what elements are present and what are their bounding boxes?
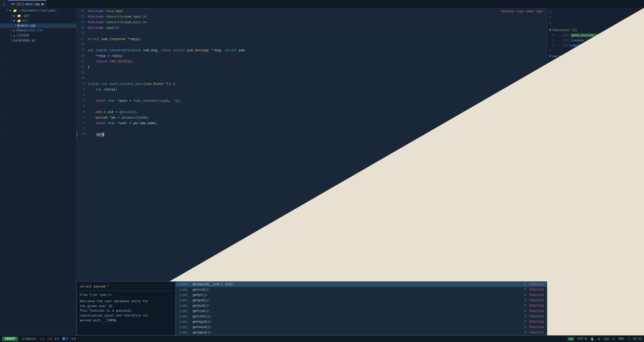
sidebar-num: 2 [8, 34, 12, 37]
info-count: ℹ 0 [55, 337, 59, 341]
encoding: UTF-8 [578, 337, 587, 341]
completion-kind: Function [529, 304, 544, 308]
sidebar-item-readme[interactable]: 3 Mⅾ README.md [0, 38, 76, 43]
code-line-5: 5 [76, 103, 547, 109]
code-line-12: 12 } [76, 64, 547, 70]
outline-fn-simple-conversation[interactable]: 1 ···-[8] simple_conversation(int num [547, 43, 644, 48]
git-branch: ⎇ master [21, 337, 37, 341]
completion-item-getpwuid[interactable]: [LSP] getpwuid(__uid_t uid)~ ƒ Function [176, 282, 547, 287]
outline-fn-auth-current-user[interactable]: 4 ···-[14] auth_current_user(lua_State [547, 33, 644, 38]
error-num: 1 [43, 337, 44, 341]
folder-icon: ▼ 📁 [13, 19, 21, 23]
completion-kind: Function [529, 325, 544, 329]
outline-range: ···-[8] [555, 44, 568, 47]
code-line-22: 22 #include <lua.hpp> [76, 8, 547, 14]
completion-tag: [LSP] [179, 283, 191, 286]
completion-name: getpwuid(__uid_t uid)~ [193, 283, 522, 286]
outline-fn-luaopen[interactable]: 1 ···-[54] luaopen_liblua_pam(lua_Stat [547, 38, 644, 43]
hover-doc-description: Retrieve the user database entry for the… [80, 299, 172, 323]
completion-item-getchar[interactable]: [LSP] getchar()~ ƒ Function [176, 314, 547, 319]
completion-kind: Function [529, 315, 544, 318]
extras-count: ● 0 [71, 337, 76, 341]
outline-linenum: 5 [552, 60, 554, 63]
hover-doc-the: the [80, 305, 86, 308]
outline-variables-header: ▼ variables (2) [547, 54, 644, 59]
completion-item-getpid[interactable]: [LSP] getpid()~ ƒ Function [176, 303, 547, 308]
sidebar-item-cmakelists[interactable]: 1 ⚙ CMakeLists.txt [0, 28, 76, 33]
completion-name: getpid()~ [193, 304, 522, 308]
outline-bottom-tilde: ~ [547, 330, 644, 335]
outline-functions-label: functions (3) [552, 29, 577, 32]
folder-icon: ▶ 📁 [13, 14, 21, 18]
completion-tag: [LSP] [179, 309, 191, 313]
sidebar-item-license[interactable]: 2 ⚖ LICENSE [0, 33, 76, 38]
outline-linenum: 4 [552, 34, 554, 37]
outline-linenum: 1 [552, 39, 554, 42]
completion-kind: Function [529, 283, 544, 286]
sidebar-item-git[interactable]: 2 ▶ 📁 .git [0, 13, 76, 18]
bar-icon: ▕ [627, 337, 629, 341]
filetype: cpp [603, 337, 609, 341]
dot-icon [17, 24, 19, 28]
sidebar-item-src[interactable]: 1 ▼ 📁 src [0, 18, 76, 23]
cmake-icon: ⚙ [13, 29, 15, 33]
tab-number: #1 [11, 3, 15, 6]
outline-var-reply[interactable]: 6 ···-[6] reply [547, 64, 644, 69]
completion-name: getuid()~ [193, 288, 522, 292]
completion-kind: Function [529, 293, 544, 297]
completion-kind: Function [529, 299, 544, 302]
completion-name: getpt()~ [193, 293, 522, 297]
tab-main-cpp[interactable]: #1 [2+] main.cpp [8, 0, 47, 8]
code-line-18: 18 [76, 31, 547, 36]
outline-range: ···-[54] [555, 39, 570, 42]
sidebar-item-root[interactable]: 3 ▼ 📁 ~/Documents/lua-pam/.. [0, 8, 76, 13]
completion-kind-icon: ƒ [524, 293, 526, 297]
outline-range: ···-[14] [555, 34, 570, 37]
tab-modified-dot [42, 3, 44, 5]
editor-wrapper: Unknown type name 'get' 22 #include <lua… [76, 8, 644, 335]
completion-item-getegid[interactable]: [LSP] getegid()~ ƒ Function [176, 319, 547, 324]
status-right: +1 UTF-8 🐧 ⚙ cpp ≡ 39% ▕ 23:13 [568, 337, 642, 341]
outline-var-lua-pam[interactable]: 5 ···-[49] lua_pam [547, 59, 644, 64]
hover-doc-source: From From <pwd.h> [80, 293, 172, 298]
completion-item-getpgrp[interactable]: [LSP] getpgrp()~ ƒ Function [176, 330, 547, 335]
error-count: ✕ 1 [40, 337, 44, 341]
code-line-9: 9 static int auth_current_user(lua_State… [76, 81, 547, 87]
hover-doc-separator [80, 291, 172, 291]
completion-name: geteuid()~ [193, 325, 522, 329]
completion-item-geteuid[interactable]: [LSP] geteuid()~ ƒ Function [176, 324, 547, 330]
tab-modified: [2+] [16, 3, 24, 6]
sidebar-item-main-cpp[interactable]: 4 main.cpp [0, 23, 76, 28]
completion-item-getpt[interactable]: [LSP] getpt()~ ƒ Function [176, 292, 547, 298]
sidebar-num: 1 [8, 19, 12, 23]
outline-linenum: 1 [552, 44, 554, 47]
completion-name: getchar()~ [193, 315, 522, 318]
code-line-21: 21 #include <security/pam_appl.h> [76, 14, 547, 19]
completion-name: getpgrp()~ [193, 331, 522, 334]
completion-tag: [LSP] [179, 315, 191, 318]
completion-list[interactable]: [LSP] getpwuid(__uid_t uid)~ ƒ Function … [176, 281, 547, 335]
outline-fn-name: auth_current_user(lua_State [571, 34, 624, 37]
extras-num: 0 [74, 337, 76, 341]
code-line-19: 19 #include <pwd.h> [76, 25, 547, 31]
completion-item-getuid[interactable]: [LSP] getuid()~ ƒ Function [176, 287, 547, 292]
sidebar-num: 2 [8, 14, 12, 18]
completion-tag: [LSP] [179, 304, 191, 307]
sidebar-item-label: LICENSE [16, 34, 30, 37]
code-line-15: 15 int simple_conversation(int num_msg, … [76, 47, 547, 53]
hover-doc-from: From [80, 293, 89, 297]
completion-tag: [LSP] [179, 288, 191, 291]
code-line-13: 13 ····return PAM_SUCCESS; [76, 59, 547, 64]
warning-count: ⚠ 1 [47, 337, 52, 341]
completion-tag: [LSP] [179, 299, 191, 302]
code-line-11: 11 [76, 70, 547, 75]
code-line-2: 2 ····const char *user = pw->pw_name; [76, 120, 547, 126]
sidebar-item-label: ~/Documents/lua-pam/.. [18, 9, 60, 12]
completion-overlay: struct passwd * From From <pwd.h> Retrie… [76, 281, 547, 335]
percent: 39% [618, 337, 624, 341]
code-line-16: 16 [76, 42, 547, 47]
sidebar-num: 3 [4, 9, 8, 12]
completion-item-getgid[interactable]: [LSP] getgid()~ ƒ Function [176, 298, 547, 303]
outline-var-name: reply [569, 65, 579, 69]
completion-item-gettid[interactable]: [LSP] gettid()~ ƒ Function [176, 308, 547, 314]
